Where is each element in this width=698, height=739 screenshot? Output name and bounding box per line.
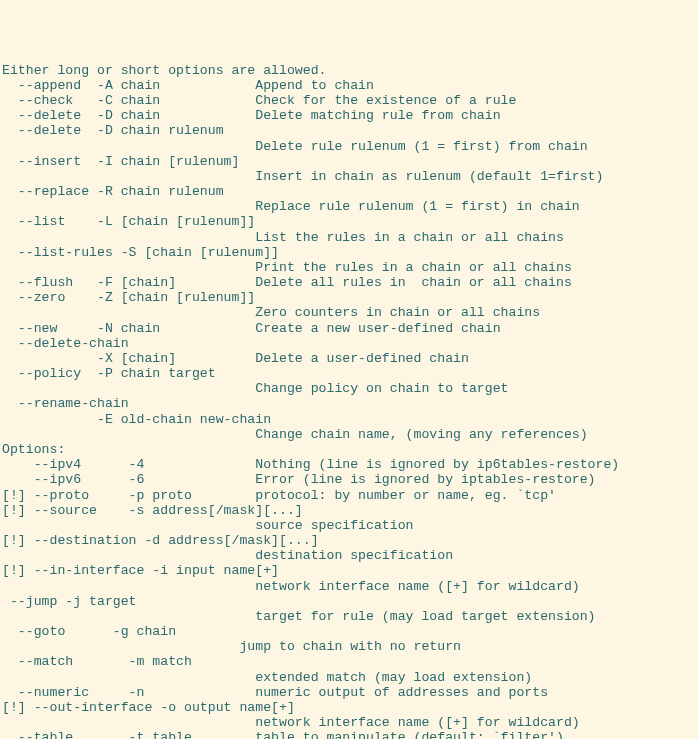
command-line-6: Insert in chain as rulenum (default 1=fi… [2, 169, 696, 184]
command-line-21: --rename-chain [2, 396, 696, 411]
option-line-17: network interface name ([+] for wildcard… [2, 715, 696, 730]
option-line-16: [!] --out-interface -o output name[+] [2, 700, 696, 715]
command-line-9: --list -L [chain [rulenum]] [2, 214, 696, 229]
command-line-18: -X [chain] Delete a user-defined chain [2, 351, 696, 366]
command-line-14: --zero -Z [chain [rulenum]] [2, 290, 696, 305]
command-line-5: --insert -I chain [rulenum] [2, 154, 696, 169]
command-line-1: --check -C chain Check for the existence… [2, 93, 696, 108]
option-line-18: --table -t table table to manipulate (de… [2, 730, 696, 739]
option-line-9: --jump -j target [2, 594, 696, 609]
command-line-20: Change policy on chain to target [2, 381, 696, 396]
command-line-17: --delete-chain [2, 336, 696, 351]
command-line-22: -E old-chain new-chain [2, 412, 696, 427]
option-line-3: [!] --source -s address[/mask][...] [2, 503, 696, 518]
option-line-12: jump to chain with no return [2, 639, 696, 654]
command-line-4: Delete rule rulenum (1 = first) from cha… [2, 139, 696, 154]
command-line-23: Change chain name, (moving any reference… [2, 427, 696, 442]
option-line-7: [!] --in-interface -i input name[+] [2, 563, 696, 578]
option-line-14: extended match (may load extension) [2, 670, 696, 685]
command-line-13: --flush -F [chain] Delete all rules in c… [2, 275, 696, 290]
option-line-0: --ipv4 -4 Nothing (line is ignored by ip… [2, 457, 696, 472]
option-line-13: --match -m match [2, 654, 696, 669]
option-line-4: source specification [2, 518, 696, 533]
command-line-16: --new -N chain Create a new user-defined… [2, 321, 696, 336]
option-line-8: network interface name ([+] for wildcard… [2, 579, 696, 594]
command-line-12: Print the rules in a chain or all chains [2, 260, 696, 275]
options-header: Options: [2, 442, 696, 457]
help-header: Either long or short options are allowed… [2, 63, 696, 78]
command-line-19: --policy -P chain target [2, 366, 696, 381]
command-line-8: Replace rule rulenum (1 = first) in chai… [2, 199, 696, 214]
command-line-2: --delete -D chain Delete matching rule f… [2, 108, 696, 123]
command-line-11: --list-rules -S [chain [rulenum]] [2, 245, 696, 260]
option-line-2: [!] --proto -p proto protocol: by number… [2, 488, 696, 503]
option-line-6: destination specification [2, 548, 696, 563]
option-line-11: --goto -g chain [2, 624, 696, 639]
command-line-15: Zero counters in chain or all chains [2, 305, 696, 320]
option-line-15: --numeric -n numeric output of addresses… [2, 685, 696, 700]
command-line-10: List the rules in a chain or all chains [2, 230, 696, 245]
command-line-7: --replace -R chain rulenum [2, 184, 696, 199]
option-line-1: --ipv6 -6 Error (line is ignored by ipta… [2, 472, 696, 487]
command-line-3: --delete -D chain rulenum [2, 123, 696, 138]
option-line-10: target for rule (may load target extensi… [2, 609, 696, 624]
command-line-0: --append -A chain Append to chain [2, 78, 696, 93]
option-line-5: [!] --destination -d address[/mask][...] [2, 533, 696, 548]
terminal-output[interactable]: Either long or short options are allowed… [2, 63, 696, 739]
